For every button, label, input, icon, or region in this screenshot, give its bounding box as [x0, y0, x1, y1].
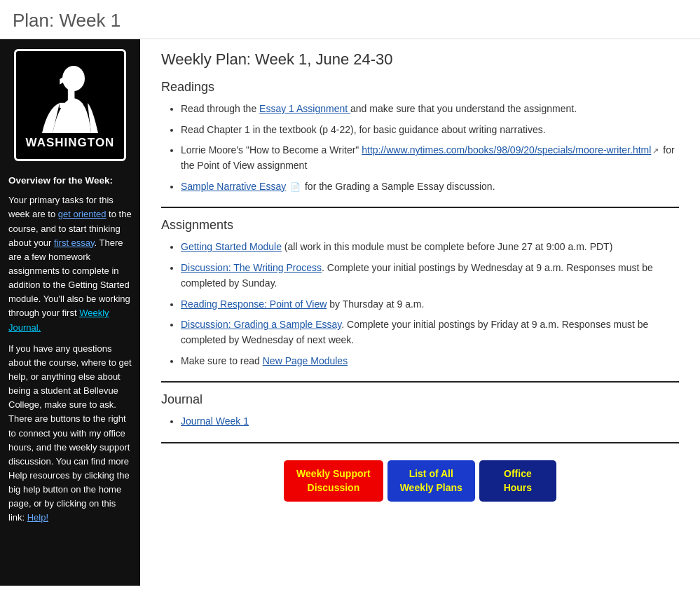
moore-writer-link[interactable]: http://www.nytimes.com/books/98/09/20/sp…	[362, 144, 651, 156]
journal-title: Journal	[161, 392, 679, 407]
logo-washington-text: WASHINGTON	[16, 133, 124, 154]
first-essay-link[interactable]: first essay	[54, 237, 95, 248]
help-link[interactable]: Help!	[27, 512, 48, 523]
list-of-plans-button[interactable]: List of AllWeekly Plans	[387, 460, 475, 502]
list-item: Lorrie Moore's "How to Become a Writer" …	[181, 143, 679, 173]
logo-box: 1 WASHINGTON	[14, 49, 126, 161]
sidebar-overview: Overview for the Week: Your primary task…	[0, 167, 140, 539]
assignments-list: Getting Started Module (all work in this…	[161, 240, 679, 369]
journal-divider	[161, 442, 679, 443]
list-item: Reading Response: Point of View by Thurs…	[181, 297, 679, 312]
sidebar-overview-title: Overview for the Week:	[8, 174, 132, 188]
office-hours-button[interactable]: OfficeHours	[479, 460, 556, 502]
weekly-support-button[interactable]: Weekly SupportDiscussion	[284, 460, 383, 502]
reading-4-after: for the Grading a Sample Essay discussio…	[302, 181, 495, 192]
reading-3-before: Lorrie Moore's "How to Become a Writer"	[181, 144, 362, 156]
svg-point-1	[62, 66, 85, 91]
weekly-journal-link[interactable]: Weekly Journal.	[8, 308, 109, 332]
readings-divider	[161, 207, 679, 208]
journal-week-1-link[interactable]: Journal Week 1	[181, 415, 249, 427]
bottom-buttons: Weekly SupportDiscussion List of AllWeek…	[161, 460, 679, 502]
sidebar-logo: 1 WASHINGTON	[0, 39, 140, 167]
pdf-icon: 📄	[290, 182, 301, 192]
readings-title: Readings	[161, 80, 679, 95]
assignments-title: Assignments	[161, 218, 679, 233]
list-item: Sample Narrative Essay 📄 for the Grading…	[181, 179, 679, 195]
writing-process-link[interactable]: Discussion: The Writing Process	[181, 262, 322, 273]
sidebar-para-1: Your primary tasks for this week are to …	[8, 193, 132, 334]
assignments-divider	[161, 381, 679, 383]
page-title: Plan: Week 1	[0, 0, 700, 39]
new-page-modules-link[interactable]: New Page Modules	[263, 355, 348, 366]
reading-1-after: and make sure that you understand the as…	[350, 103, 577, 114]
get-oriented-link[interactable]: get oriented	[58, 209, 107, 219]
list-item: Read Chapter 1 in the textbook (p 4-22),…	[181, 123, 679, 138]
journal-list: Journal Week 1	[161, 414, 679, 429]
main-content: Weekly Plan: Week 1, June 24-30 Readings…	[140, 39, 700, 523]
point-of-view-link[interactable]: Reading Response: Point of View	[181, 298, 327, 310]
list-item: Discussion: The Writing Process. Complet…	[181, 261, 679, 291]
assignment-3-after: by Thursday at 9 a.m.	[327, 298, 424, 310]
grading-sample-essay-link[interactable]: Discussion: Grading a Sample Essay	[181, 319, 341, 330]
list-item: Getting Started Module (all work in this…	[181, 240, 679, 255]
list-item: Journal Week 1	[181, 414, 679, 429]
external-link-icon: ↗	[652, 146, 659, 155]
main-layout: 1 WASHINGTON Overview for the Week: Your…	[0, 39, 700, 586]
sidebar: 1 WASHINGTON Overview for the Week: Your…	[0, 39, 140, 586]
sidebar-para-2: If you have any questions about the cour…	[8, 342, 132, 525]
list-item: Make sure to read New Page Modules	[181, 354, 679, 369]
readings-list: Read through the Essay 1 Assignment and …	[161, 102, 679, 194]
essay-1-assignment-link[interactable]: Essay 1 Assignment	[259, 103, 350, 114]
assignment-5-before: Make sure to read	[181, 355, 263, 366]
assignment-1-after: (all work in this module must be complet…	[282, 241, 612, 252]
logo-silhouette: 1	[16, 56, 124, 133]
reading-2-text: Read Chapter 1 in the textbook (p 4-22),…	[181, 124, 546, 135]
list-item: Discussion: Grading a Sample Essay. Comp…	[181, 317, 679, 347]
list-item: Read through the Essay 1 Assignment and …	[181, 102, 679, 117]
sample-narrative-essay-link[interactable]: Sample Narrative Essay	[181, 181, 286, 192]
getting-started-link[interactable]: Getting Started Module	[181, 241, 282, 252]
reading-1-before: Read through the	[181, 103, 259, 114]
week-title: Weekly Plan: Week 1, June 24-30	[161, 50, 679, 69]
